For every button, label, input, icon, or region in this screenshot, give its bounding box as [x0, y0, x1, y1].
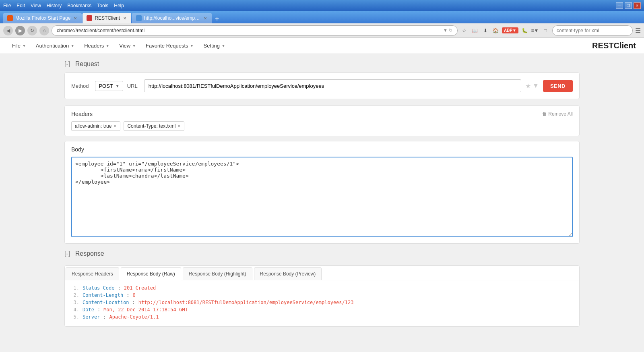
- menu-item-file[interactable]: File: [3, 3, 11, 8]
- tab-close-button[interactable]: ✕: [203, 16, 208, 21]
- method-select[interactable]: POST ▼: [95, 81, 123, 91]
- method-caret: ▼: [116, 84, 120, 88]
- body-textarea[interactable]: [71, 157, 573, 237]
- favorite-dropdown[interactable]: ▼: [533, 82, 539, 89]
- response-box: Response HeadersResponse Body (Raw)Respo…: [64, 265, 580, 327]
- browser-tab[interactable]: Mozilla Firefox Start Page✕: [3, 13, 82, 23]
- home-button[interactable]: ⌂: [39, 26, 49, 35]
- header-tag-label: allow-admin: true: [75, 123, 111, 129]
- app-header: File ▼Authentication ▼Headers ▼View ▼Fav…: [0, 38, 644, 54]
- adblock-button[interactable]: ABP▼: [502, 27, 518, 33]
- url-input[interactable]: [144, 79, 521, 92]
- tabs-bar: Mozilla Firefox Start Page✕RESTClient✕ht…: [0, 11, 644, 23]
- nav-item-favorite-requests[interactable]: Favorite Requests ▼: [142, 41, 198, 50]
- header-tag-label: Content-Type: text/xml: [127, 123, 175, 129]
- header-tag: allow-admin: true✕: [71, 121, 120, 131]
- line-value: Apache-Coyote/1.1: [109, 314, 159, 320]
- title-bar: FileEditViewHistoryBookmarksToolsHelp — …: [0, 0, 644, 11]
- ext2-icon[interactable]: □: [541, 26, 550, 35]
- line-separator: :: [126, 292, 129, 298]
- line-separator: :: [97, 307, 100, 313]
- close-button[interactable]: ✕: [634, 2, 641, 9]
- address-bar: ◀ ▶ ↻ ⌂ chrome://restclient/content/rest…: [0, 23, 644, 38]
- tab-favicon: [87, 15, 92, 21]
- tab-close-button[interactable]: ✕: [122, 16, 127, 21]
- header-tag-remove[interactable]: ✕: [177, 124, 181, 129]
- download-icon[interactable]: ⬇: [481, 26, 490, 35]
- app-content: File ▼Authentication ▼Headers ▼View ▼Fav…: [0, 38, 644, 352]
- nav-item-view[interactable]: View ▼: [115, 41, 140, 50]
- tab-label: RESTClient: [95, 15, 120, 21]
- menu-item-view[interactable]: View: [31, 3, 41, 8]
- request-toggle[interactable]: [-]: [64, 60, 70, 68]
- response-tab[interactable]: Response Body (Preview): [254, 267, 322, 280]
- nav-caret: ▼: [22, 43, 26, 48]
- tab-close-button[interactable]: ✕: [73, 16, 78, 21]
- remove-all-button[interactable]: 🗑 Remove All: [542, 111, 573, 117]
- request-section-label: Request: [75, 60, 99, 68]
- main-content: [-] Request Method POST ▼ URL ★ ▼ SEND: [40, 54, 604, 333]
- menu-item-bookmarks[interactable]: Bookmarks: [67, 3, 91, 8]
- url-text: chrome://restclient/content/restclient.h…: [57, 28, 144, 33]
- restore-button[interactable]: ❐: [625, 2, 632, 9]
- response-line: 3.Content-Location : http://localhost:80…: [71, 300, 573, 305]
- response-tab[interactable]: Response Body (Highlight): [183, 267, 252, 280]
- response-tab[interactable]: Response Headers: [66, 267, 119, 280]
- browser-tab[interactable]: RESTClient✕: [83, 13, 131, 23]
- menu-item-tools[interactable]: Tools: [97, 3, 108, 8]
- line-number: 2.: [71, 292, 79, 298]
- new-tab-button[interactable]: +: [212, 15, 223, 23]
- nav-item-setting[interactable]: Setting ▼: [199, 41, 229, 50]
- reload-button[interactable]: ↻: [27, 26, 37, 35]
- bookmark-icon[interactable]: ☆: [460, 26, 469, 35]
- app-title: RESTClient: [592, 41, 636, 50]
- response-section-label: Response: [75, 250, 104, 257]
- favorite-star[interactable]: ★: [525, 82, 531, 90]
- menu-item-help[interactable]: Help: [114, 3, 124, 8]
- nav-caret: ▼: [221, 43, 225, 48]
- request-section-header: [-] Request: [64, 60, 580, 68]
- line-key: Server: [83, 314, 100, 320]
- request-box: Method POST ▼ URL ★ ▼ SEND: [64, 72, 580, 99]
- minimize-button[interactable]: —: [616, 2, 623, 9]
- ext-icon[interactable]: ≡▼: [530, 26, 539, 35]
- response-tabs: Response HeadersResponse Body (Raw)Respo…: [65, 266, 579, 280]
- method-value: POST: [99, 83, 113, 89]
- hamburger-menu[interactable]: ☰: [635, 27, 641, 34]
- tab-favicon: [7, 15, 13, 21]
- tab-favicon: [136, 15, 142, 21]
- menu-item-edit[interactable]: Edit: [17, 3, 25, 8]
- reading-icon[interactable]: 📖: [471, 26, 479, 35]
- window-controls[interactable]: — ❐ ✕: [616, 2, 641, 9]
- line-value: Mon, 22 Dec 2014 17:18:54 GMT: [103, 307, 188, 313]
- browser-tab[interactable]: http://localho...vice/employees✕: [132, 13, 212, 23]
- nav-item-headers[interactable]: Headers ▼: [80, 41, 114, 50]
- forward-button[interactable]: ▶: [15, 26, 25, 35]
- response-line: 1.Status Code : 201 Created: [71, 285, 573, 291]
- app-nav: File ▼Authentication ▼Headers ▼View ▼Fav…: [8, 41, 229, 50]
- response-line: 2.Content-Length : 0: [71, 292, 573, 298]
- menu-item-history[interactable]: History: [47, 3, 62, 8]
- line-number: 5.: [71, 314, 79, 320]
- url-bar[interactable]: chrome://restclient/content/restclient.h…: [52, 25, 458, 36]
- response-toggle[interactable]: [-]: [64, 250, 70, 257]
- nav-caret: ▼: [132, 43, 136, 48]
- nav-item-authentication[interactable]: Authentication ▼: [32, 41, 78, 50]
- menu-bar[interactable]: FileEditViewHistoryBookmarksToolsHelp: [3, 3, 124, 8]
- firebug-icon[interactable]: 🐛: [520, 26, 529, 35]
- title-bar-left: FileEditViewHistoryBookmarksToolsHelp: [3, 3, 124, 8]
- nav-item-file[interactable]: File ▼: [8, 41, 30, 50]
- headers-box: Headers 🗑 Remove All allow-admin: true✕C…: [64, 106, 580, 136]
- header-tag-remove[interactable]: ✕: [113, 124, 117, 129]
- url-label: URL: [127, 83, 138, 89]
- home-nav-icon[interactable]: 🏠: [491, 26, 500, 35]
- send-button[interactable]: SEND: [543, 80, 573, 92]
- line-key: Status Code: [83, 285, 114, 291]
- tab-label: Mozilla Firefox Start Page: [15, 15, 70, 21]
- response-tab[interactable]: Response Body (Raw): [121, 267, 181, 280]
- back-button[interactable]: ◀: [3, 26, 13, 35]
- response-line: 4.Date : Mon, 22 Dec 2014 17:18:54 GMT: [71, 307, 573, 313]
- line-number: 4.: [71, 307, 79, 313]
- search-input[interactable]: [552, 25, 633, 36]
- header-tag: Content-Type: text/xml✕: [124, 121, 184, 131]
